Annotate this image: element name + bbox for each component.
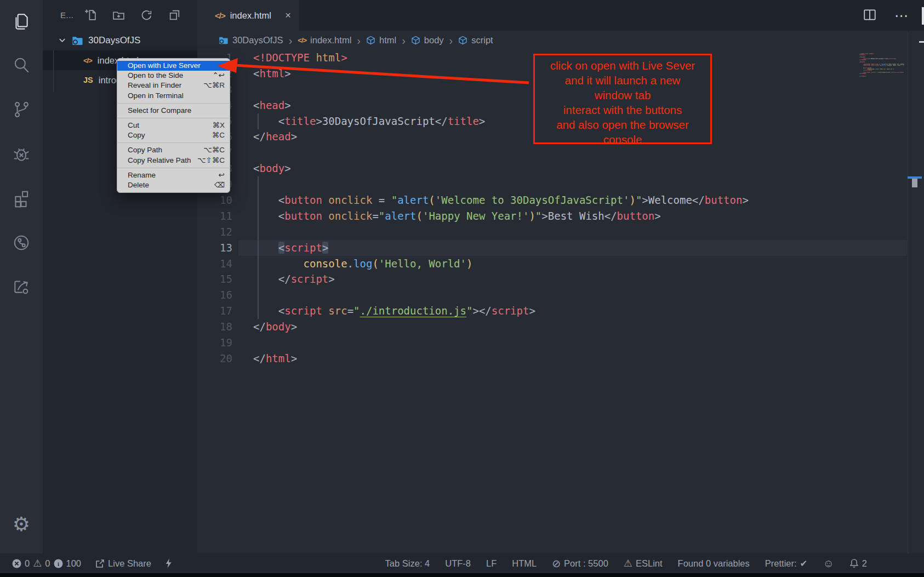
feedback-smiley-icon[interactable]: ☺ [823, 557, 834, 570]
menu-item-open-to-the-side[interactable]: Open to the Side⌃↩ [117, 71, 230, 81]
scrollbar-divider [908, 32, 908, 553]
menu-item-shortcut: ⌘C [212, 130, 225, 140]
context-menu: Open with Live ServerOpen to the Side⌃↩R… [117, 58, 230, 193]
live-share-icon[interactable] [11, 276, 32, 297]
refresh-icon[interactable] [140, 8, 153, 22]
code-line-16[interactable]: 16 [197, 287, 924, 303]
code-line-14[interactable]: 14 console.log('Hello, World') [197, 256, 924, 272]
menu-item-copy-relative-path[interactable]: Copy Relative Path⌥⇧⌘C [117, 156, 230, 165]
svg-text:i: i [57, 560, 59, 567]
bottom-black-bar [0, 573, 924, 577]
line-number[interactable]: 16 [197, 287, 232, 303]
line-number[interactable]: 20 [197, 351, 232, 367]
menu-item-label: Open to the Side [128, 71, 183, 81]
problems-indicator[interactable]: 0 ⚠ 0 i 100 [12, 557, 81, 569]
line-number[interactable]: 12 [197, 224, 232, 240]
code-line-15[interactable]: 15 </script> [197, 271, 924, 287]
error-icon [12, 559, 21, 568]
live-share-button[interactable]: Live Share [95, 558, 151, 569]
breadcrumb-label: index.html [310, 35, 351, 45]
code-line-20[interactable]: 20</html> [197, 351, 924, 367]
code-line-11[interactable]: 11 <button onclick="alert('Happy New Yea… [197, 208, 924, 224]
annotation-text-line: interact with the buttons [535, 102, 710, 117]
breadcrumb-file[interactable]: </> index.html [298, 35, 351, 45]
bell-icon [849, 558, 859, 568]
breadcrumb: 30DaysOfJS › </> index.html › html › bod… [197, 31, 924, 50]
code-line-18[interactable]: 18</body> [197, 319, 924, 335]
explorer-header: E... [43, 0, 197, 30]
live-share-label: Live Share [108, 558, 151, 569]
more-actions-icon[interactable]: ⋯ [894, 8, 909, 24]
line-number[interactable]: 19 [197, 335, 232, 351]
minimap-line: </html> [859, 76, 904, 77]
variables-indicator[interactable]: Found 0 variables [678, 558, 750, 569]
menu-item-reveal-in-finder[interactable]: Reveal in Finder⌥⌘R [117, 81, 230, 90]
line-number[interactable]: 11 [197, 208, 232, 224]
info-icon: i [54, 559, 63, 568]
line-number[interactable]: 10 [197, 192, 232, 208]
code-line-text [232, 287, 253, 303]
menu-item-select-for-compare[interactable]: Select for Compare [117, 106, 230, 116]
menu-item-rename[interactable]: Rename↩ [117, 170, 230, 180]
code-line-13[interactable]: 13 <script> [197, 240, 924, 256]
split-editor-icon[interactable] [863, 8, 877, 24]
collapse-folders-icon[interactable] [168, 8, 181, 22]
language-indicator[interactable]: HTML [512, 558, 537, 569]
eol-indicator[interactable]: LF [486, 558, 497, 569]
notifications-bell[interactable]: 2 [849, 558, 867, 569]
menu-item-open-with-live-server[interactable]: Open with Live Server [117, 61, 230, 71]
line-number[interactable]: 17 [197, 303, 232, 319]
explorer-title: E... [60, 10, 84, 20]
git-graph-icon[interactable] [11, 232, 32, 253]
code-line-12[interactable]: 12 [197, 224, 924, 240]
line-number[interactable]: 14 [197, 256, 232, 272]
close-tab-icon[interactable]: × [285, 9, 291, 21]
annotation-text-line: console [535, 132, 710, 147]
code-line-text: <!DOCTYPE html> [232, 50, 347, 66]
scrollbar-thumb[interactable] [912, 179, 917, 187]
lightning-button[interactable] [164, 558, 173, 569]
html-file-icon: </> [298, 36, 306, 44]
search-icon[interactable] [11, 55, 32, 76]
line-number[interactable]: 15 [197, 271, 232, 287]
prettier-indicator[interactable]: Prettier: ✔ [765, 558, 808, 569]
code-line-9[interactable]: 9 [197, 176, 924, 192]
warning-icon: ⚠ [624, 557, 632, 569]
code-line-8[interactable]: 8<body> [197, 161, 924, 176]
menu-item-copy-path[interactable]: Copy Path⌥⌘C [117, 145, 230, 155]
source-control-icon[interactable] [11, 99, 32, 120]
breadcrumb-script[interactable]: script [458, 35, 493, 45]
folder-icon [71, 35, 83, 46]
breadcrumb-label: script [471, 35, 493, 45]
line-number[interactable]: 18 [197, 319, 232, 335]
minimap[interactable]: <!DOCTYPE html><html><head> <title>30Day… [859, 53, 904, 77]
run-debug-icon[interactable] [11, 144, 32, 164]
menu-item-delete[interactable]: Delete⌫ [117, 180, 230, 190]
extensions-icon[interactable] [11, 188, 32, 209]
menu-item-label: Copy [128, 130, 145, 140]
lightning-icon [164, 558, 173, 569]
menu-item-copy[interactable]: Copy⌘C [117, 130, 230, 140]
menu-item-cut[interactable]: Cut⌘X [117, 121, 230, 130]
port-indicator[interactable]: ⊘ Port : 5500 [552, 557, 608, 570]
breadcrumb-body[interactable]: body [411, 35, 444, 45]
breadcrumb-html[interactable]: html [366, 35, 396, 45]
eslint-indicator[interactable]: ⚠ ESLint [624, 557, 663, 569]
encoding-indicator[interactable]: UTF-8 [445, 558, 471, 569]
settings-gear-icon[interactable]: ⚙ [11, 514, 32, 535]
new-file-icon[interactable] [84, 8, 98, 22]
tab-size-indicator[interactable]: Tab Size: 4 [385, 558, 430, 569]
tree-root-30daysofjs[interactable]: 30DaysOfJS [43, 30, 197, 50]
code-line-7[interactable]: 7 [197, 145, 924, 161]
code-line-17[interactable]: 17 <script src="./introduction.js"></scr… [197, 303, 924, 319]
code-line-10[interactable]: 10 <button onclick = "alert('Welcome to … [197, 192, 924, 208]
new-folder-icon[interactable] [112, 8, 126, 22]
line-number[interactable]: 13 [197, 240, 232, 256]
breadcrumb-folder[interactable]: 30DaysOfJS [218, 35, 283, 45]
explorer-icon[interactable] [11, 11, 32, 32]
menu-item-open-in-terminal[interactable]: Open in Terminal [117, 91, 230, 101]
breadcrumb-separator: › [288, 36, 294, 45]
code-line-19[interactable]: 19 [197, 335, 924, 351]
tab-index-html[interactable]: </> index.html × [197, 0, 299, 31]
symbol-cube-icon [366, 36, 375, 45]
